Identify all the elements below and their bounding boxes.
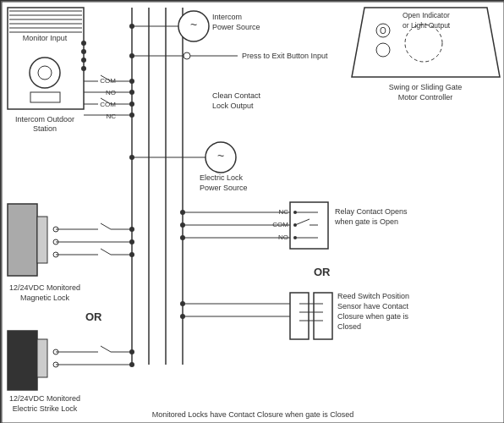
svg-text:Magnetic Lock: Magnetic Lock xyxy=(20,294,70,302)
svg-text:Intercom Outdoor: Intercom Outdoor xyxy=(15,115,74,124)
svg-text:O: O xyxy=(380,26,386,36)
svg-text:Clean Contact: Clean Contact xyxy=(212,91,261,100)
svg-rect-108 xyxy=(314,293,332,339)
svg-text:NC: NC xyxy=(106,113,116,120)
svg-point-65 xyxy=(129,227,134,232)
svg-text:~: ~ xyxy=(190,18,197,31)
svg-point-123 xyxy=(405,25,442,62)
svg-point-14 xyxy=(81,66,86,71)
svg-point-25 xyxy=(129,24,134,29)
svg-text:12/24VDC Monitored: 12/24VDC Monitored xyxy=(9,394,80,403)
svg-text:Reed Switch Position: Reed Switch Position xyxy=(337,292,409,300)
svg-point-28 xyxy=(184,52,190,59)
svg-text:Lock Output: Lock Output xyxy=(212,102,254,110)
svg-point-99 xyxy=(180,210,185,215)
svg-point-122 xyxy=(376,43,390,57)
svg-point-101 xyxy=(180,222,185,228)
svg-text:12/24VDC Monitored: 12/24VDC Monitored xyxy=(9,283,80,292)
svg-point-115 xyxy=(180,314,185,319)
svg-text:~: ~ xyxy=(217,149,224,162)
svg-text:Closure when gate is: Closure when gate is xyxy=(337,312,409,321)
svg-text:Open Indicator: Open Indicator xyxy=(403,11,450,19)
svg-text:Station: Station xyxy=(33,124,57,133)
svg-text:when gate is Open: when gate is Open xyxy=(334,217,398,226)
svg-point-48 xyxy=(129,113,134,118)
svg-text:Intercom: Intercom xyxy=(212,13,242,21)
svg-text:Closed: Closed xyxy=(337,322,361,331)
svg-point-71 xyxy=(129,252,134,257)
svg-point-67 xyxy=(129,239,134,244)
svg-text:Relay Contact Opens: Relay Contact Opens xyxy=(335,207,408,216)
svg-text:OR: OR xyxy=(314,266,331,278)
svg-text:Monitor Input: Monitor Input xyxy=(23,34,68,42)
svg-rect-107 xyxy=(290,293,309,339)
svg-point-12 xyxy=(81,49,86,54)
svg-text:OR: OR xyxy=(85,310,102,323)
wiring-diagram: Monitor Input Intercom Outdoor Station ~… xyxy=(0,0,504,423)
svg-point-40 xyxy=(129,79,134,84)
svg-text:or Light Output: or Light Output xyxy=(403,21,451,30)
svg-point-113 xyxy=(180,301,185,306)
svg-text:Electric Strike Lock: Electric Strike Lock xyxy=(13,404,78,413)
svg-point-54 xyxy=(129,155,134,160)
svg-text:Swing or Sliding Gate: Swing or Sliding Gate xyxy=(389,83,463,91)
svg-point-82 xyxy=(129,349,134,354)
svg-text:Power Source: Power Source xyxy=(212,23,260,31)
svg-text:Electric Lock: Electric Lock xyxy=(200,173,244,182)
svg-rect-57 xyxy=(8,204,37,276)
svg-text:Power Source: Power Source xyxy=(200,184,248,192)
svg-rect-58 xyxy=(37,217,47,263)
svg-point-42 xyxy=(129,90,134,95)
svg-point-103 xyxy=(180,235,185,240)
svg-text:Sensor have Contact: Sensor have Contact xyxy=(337,302,409,310)
svg-text:Motor Controller: Motor Controller xyxy=(398,93,453,102)
svg-point-84 xyxy=(129,362,134,367)
svg-text:Monitored Locks have Contact C: Monitored Locks have Contact Closure whe… xyxy=(152,410,354,419)
svg-rect-75 xyxy=(8,331,37,390)
svg-point-46 xyxy=(129,102,134,107)
svg-point-32 xyxy=(129,53,134,58)
svg-point-13 xyxy=(81,58,86,63)
svg-text:Press to Exit Button Input: Press to Exit Button Input xyxy=(242,52,328,60)
svg-point-11 xyxy=(81,41,86,46)
svg-rect-76 xyxy=(37,339,47,377)
